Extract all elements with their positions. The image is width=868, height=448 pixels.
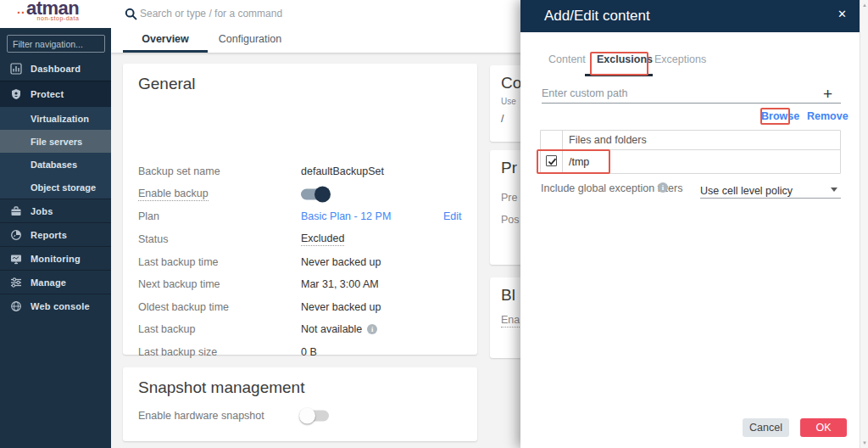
row-value: Never backed up — [301, 301, 381, 313]
exception-filter-select[interactable]: Use cell level policy — [700, 182, 841, 198]
ok-button[interactable]: OK — [800, 418, 847, 437]
peek-title: Bl — [501, 286, 515, 305]
search-icon — [125, 8, 137, 20]
general-row-last-backup-size: Last backup size 0 B — [123, 341, 477, 364]
sidebar-item-virtualization[interactable]: Virtualization — [0, 107, 111, 130]
status-badge: Excluded — [301, 232, 344, 246]
sidebar-item-monitoring[interactable]: Monitoring — [0, 246, 111, 270]
add-path-plus-icon[interactable]: + — [823, 85, 832, 104]
peek-line: / — [501, 113, 504, 125]
general-row-oldest-backup-time: Oldest backup time Never backed up — [123, 296, 477, 319]
select-underline — [700, 198, 841, 199]
close-icon[interactable]: ✕ — [836, 6, 849, 22]
general-panel: General Backup set name defaultBackupSet… — [123, 64, 477, 355]
dialog-title: Add/Edit content — [544, 8, 650, 25]
sidebar-item-label: Monitoring — [31, 254, 81, 264]
page-scrollbar[interactable]: ▲ ▼ — [860, 0, 868, 448]
sidebar-item-label: Databases — [31, 160, 77, 170]
sidebar: Dashboard Protect Virtualization File se… — [0, 28, 111, 448]
active-tab-underline — [585, 74, 653, 76]
row-label: Backup set name — [138, 165, 220, 177]
row-label: Enable backup — [138, 188, 209, 201]
sidebar-item-label: Dashboard — [31, 64, 81, 74]
general-row-status: Status Excluded — [123, 228, 477, 251]
general-row-plan: Plan Basic Plan - 12 PM Edit — [123, 205, 477, 228]
general-row-last-backup-time: Last backup time Never backed up — [123, 250, 477, 273]
row-label: Last backup size — [138, 346, 217, 358]
general-row-backup-set-name: Backup set name defaultBackupSet — [123, 160, 477, 183]
general-row-last-backup: Last backup Not availablei — [123, 318, 477, 341]
hardware-snapshot-toggle[interactable] — [301, 411, 329, 422]
peek-line: Use — [501, 97, 516, 106]
tab-exceptions[interactable]: Exceptions — [654, 53, 706, 65]
sidebar-item-label: Jobs — [31, 206, 53, 216]
sidebar-item-web-console[interactable]: Web console — [0, 294, 111, 317]
sidebar-item-object-storage[interactable]: Object storage — [0, 176, 111, 199]
browse-link[interactable]: Browse — [761, 110, 799, 122]
sidebar-item-manage[interactable]: Manage — [0, 270, 111, 294]
logo-dots-icon: .. — [17, 3, 25, 16]
cancel-button[interactable]: Cancel — [743, 418, 789, 437]
selected-option: Use cell level policy — [700, 185, 793, 197]
sidebar-filter-input[interactable] — [7, 35, 105, 53]
sidebar-item-label: Manage — [31, 277, 66, 288]
tab-content[interactable]: Content — [548, 53, 586, 65]
row-checkbox[interactable] — [546, 155, 557, 166]
peek-title: Co — [501, 74, 521, 92]
row-label: Status — [138, 233, 168, 245]
row-label: Enable hardware snapshot — [138, 410, 264, 422]
snapshot-panel: Snapshot management Enable hardware snap… — [123, 367, 477, 441]
peek-line: Pre — [501, 192, 517, 204]
shield-icon — [10, 88, 22, 100]
sidebar-item-dashboard[interactable]: Dashboard — [0, 56, 111, 81]
protect-submenu: Virtualization File servers Databases Ob… — [0, 107, 111, 199]
input-underline — [542, 103, 841, 104]
row-value: Mar 31, 3:00 AM — [301, 278, 379, 290]
tab-configuration[interactable]: Configuration — [208, 28, 292, 53]
sidebar-item-label: Web console — [31, 301, 90, 311]
plan-edit-link[interactable]: Edit — [443, 210, 462, 222]
sidebar-item-jobs[interactable]: Jobs — [0, 199, 111, 222]
toggle-knob — [314, 186, 331, 202]
table-row[interactable]: /tmp — [541, 150, 840, 173]
sidebar-item-label: Virtualization — [31, 114, 89, 124]
snapshot-row-enable-hardware: Enable hardware snapshot — [123, 405, 477, 428]
sidebar-item-label: Reports — [31, 230, 67, 240]
application-window: .. atman non-stop-data Dashboard — [0, 0, 868, 448]
check-icon — [548, 157, 557, 166]
tab-overview[interactable]: Overview — [123, 28, 208, 53]
briefcase-icon — [10, 205, 22, 217]
scroll-up-icon[interactable]: ▲ — [860, 3, 868, 8]
logo-area: .. atman non-stop-data — [0, 0, 111, 28]
row-value: 0 B — [301, 346, 317, 358]
dialog-header: Add/Edit content ✕ — [520, 0, 860, 32]
chevron-down-icon — [831, 188, 837, 192]
sidebar-item-label: Object storage — [31, 182, 96, 193]
info-icon[interactable]: i — [367, 324, 377, 334]
row-label: Last backup — [138, 323, 195, 335]
info-icon[interactable]: i — [658, 182, 668, 193]
sidebar-item-protect[interactable]: Protect — [0, 81, 111, 107]
sidebar-item-file-servers[interactable]: File servers — [0, 130, 111, 153]
scroll-down-icon[interactable]: ▼ — [860, 440, 868, 445]
enable-backup-toggle[interactable] — [301, 188, 329, 199]
tab-exclusions[interactable]: Exclusions — [597, 53, 653, 65]
row-label: Plan — [138, 210, 159, 222]
remove-link[interactable]: Remove — [807, 110, 849, 122]
search-input[interactable] — [140, 3, 479, 24]
toggle-knob — [299, 408, 315, 424]
excluded-path-cell: /tmp — [569, 156, 589, 168]
exclusions-table: Files and folders /tmp — [540, 130, 841, 174]
custom-path-input[interactable] — [542, 85, 813, 102]
row-label: Last backup time — [138, 256, 219, 268]
sidebar-item-databases[interactable]: Databases — [0, 153, 111, 176]
monitor-icon — [10, 253, 22, 265]
table-header-row: Files and folders — [541, 131, 840, 150]
add-edit-content-dialog: Add/Edit content ✕ Content Exclusions Ex… — [520, 0, 860, 448]
general-row-enable-backup: Enable backup — [123, 183, 477, 206]
plan-link[interactable]: Basic Plan - 12 PM — [301, 210, 391, 222]
column-header-files-and-folders: Files and folders — [569, 134, 647, 146]
row-value: defaultBackupSet — [301, 165, 384, 177]
peek-title: Pr — [501, 159, 517, 177]
sidebar-item-reports[interactable]: Reports — [0, 222, 111, 246]
